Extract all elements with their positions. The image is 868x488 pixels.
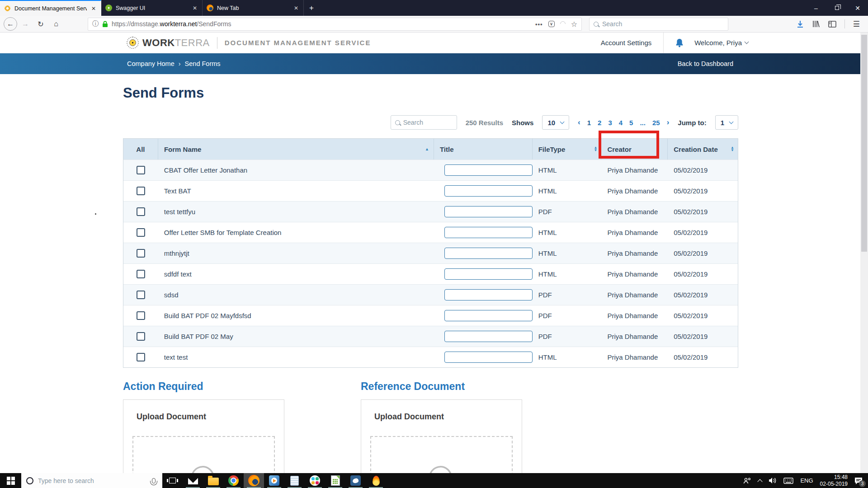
site-info-icon[interactable]: ⓘ	[92, 20, 99, 28]
taskbar-pgadmin-button[interactable]	[345, 473, 366, 488]
title-input[interactable]	[444, 310, 533, 321]
row-checkbox[interactable]	[137, 291, 145, 299]
next-page-button[interactable]: ›	[667, 118, 670, 127]
new-tab-button[interactable]: +	[304, 0, 319, 16]
header-form-name[interactable]: Form Name ▲	[158, 139, 434, 160]
header-creation-date[interactable]: Creation Date ▲▼	[668, 139, 738, 160]
address-bar[interactable]: ⓘ https://dmsstage.workterra.net/SendFor…	[88, 18, 582, 31]
row-checkbox[interactable]	[137, 207, 145, 216]
row-checkbox[interactable]	[137, 311, 145, 320]
action-center-button[interactable]: 3	[854, 477, 863, 484]
taskbar-file-explorer-button[interactable]	[203, 473, 223, 488]
workterra-logo-icon[interactable]	[127, 37, 139, 49]
microphone-icon[interactable]	[152, 478, 156, 483]
taskbar-flameshot-button[interactable]	[366, 473, 386, 488]
start-button[interactable]	[0, 473, 21, 488]
sort-both-icon[interactable]: ▲▼	[731, 146, 734, 152]
row-checkbox[interactable]	[137, 166, 145, 174]
library-icon[interactable]	[812, 20, 820, 28]
row-checkbox[interactable]	[137, 228, 145, 237]
taskbar-slack-button[interactable]	[305, 473, 325, 488]
page-number-25[interactable]: 25	[652, 119, 660, 127]
tray-expand-icon[interactable]	[758, 479, 763, 484]
page-number-2[interactable]: 2	[598, 119, 601, 127]
title-input[interactable]	[444, 248, 533, 259]
page-number-1[interactable]: 1	[587, 119, 591, 127]
header-filetype[interactable]: FileType ▲▼	[533, 139, 602, 160]
upload-dropzone[interactable]	[132, 436, 275, 473]
taskbar-chrome-button[interactable]	[223, 473, 244, 488]
table-search-input[interactable]	[403, 119, 453, 126]
reader-mode-icon[interactable]	[559, 20, 566, 28]
reload-button[interactable]: ↻	[33, 17, 48, 31]
table-search-box[interactable]	[391, 115, 457, 130]
account-settings-link[interactable]: Account Settings	[601, 39, 664, 47]
tab-close-icon[interactable]: ✕	[293, 5, 299, 11]
sort-ascending-icon[interactable]: ▲	[425, 147, 429, 151]
sort-both-icon[interactable]: ▲▼	[594, 146, 598, 152]
tab-close-icon[interactable]: ✕	[90, 5, 97, 12]
title-input[interactable]	[444, 289, 533, 300]
taskbar-mail-button[interactable]	[183, 473, 203, 488]
back-to-dashboard-link[interactable]: Back to Dashboard	[678, 60, 733, 67]
row-checkbox[interactable]	[137, 353, 145, 361]
header-form-name-label: Form Name	[164, 145, 202, 153]
jump-to-dropdown[interactable]: 1	[715, 115, 738, 130]
taskbar-notepad-button[interactable]	[284, 473, 305, 488]
workterra-logo-text[interactable]: WORKTERRA	[142, 37, 210, 49]
notification-bell-icon[interactable]	[675, 38, 684, 47]
volume-icon[interactable]	[769, 477, 777, 484]
title-input[interactable]	[444, 331, 533, 342]
page-number-3[interactable]: 3	[608, 119, 612, 127]
tab-new-tab[interactable]: New Tab ✕	[203, 0, 304, 16]
menu-icon[interactable]: ☰	[853, 19, 860, 29]
taskbar-search-input[interactable]	[38, 477, 147, 484]
sidebar-toggle-icon[interactable]	[828, 21, 836, 28]
taskbar-clock[interactable]: 15:48 02-05-2019	[820, 474, 848, 488]
taskbar-search-box[interactable]	[21, 473, 162, 488]
title-input[interactable]	[444, 268, 533, 280]
touch-keyboard-icon[interactable]	[783, 478, 793, 484]
forward-button[interactable]: →	[18, 17, 33, 31]
row-checkbox[interactable]	[137, 249, 145, 258]
taskbar-firefox-button[interactable]	[244, 473, 264, 488]
page-scrollbar[interactable]	[860, 33, 868, 473]
browser-search-bar[interactable]	[589, 18, 728, 31]
title-input[interactable]	[444, 164, 533, 176]
breadcrumb-company-home[interactable]: Company Home	[127, 60, 175, 67]
browser-search-input[interactable]	[602, 20, 724, 28]
bookmark-star-icon[interactable]: ☆	[571, 20, 577, 28]
language-indicator[interactable]: ENG	[800, 477, 813, 484]
taskbar-calc-button[interactable]	[325, 473, 345, 488]
page-number-5[interactable]: 5	[629, 119, 633, 127]
minimize-button[interactable]: –	[806, 0, 826, 16]
page-number-4[interactable]: 4	[619, 119, 623, 127]
pocket-icon[interactable]: ∨	[548, 21, 555, 27]
title-cell	[434, 243, 533, 263]
row-checkbox[interactable]	[137, 187, 145, 195]
page-size-dropdown[interactable]: 10	[542, 115, 569, 130]
downloads-icon[interactable]	[797, 20, 804, 28]
back-button[interactable]: ←	[4, 17, 17, 31]
welcome-dropdown[interactable]: Welcome, Priya	[694, 39, 748, 47]
title-input[interactable]	[444, 185, 533, 197]
reference-document-heading: Reference Document	[361, 380, 465, 393]
scrollbar-thumb[interactable]	[861, 35, 867, 252]
upload-dropzone[interactable]	[370, 436, 513, 473]
row-checkbox[interactable]	[137, 270, 145, 278]
task-view-button[interactable]	[162, 473, 183, 488]
home-button[interactable]: ⌂	[49, 17, 63, 31]
close-button[interactable]: ✕	[847, 0, 868, 16]
restore-button[interactable]	[826, 0, 847, 16]
prev-page-button[interactable]: ‹	[578, 118, 580, 127]
title-input[interactable]	[444, 352, 533, 363]
taskbar-media-player-button[interactable]	[264, 473, 284, 488]
page-actions-icon[interactable]: •••	[535, 21, 543, 28]
title-input[interactable]	[444, 227, 533, 238]
people-icon[interactable]	[743, 478, 751, 484]
title-input[interactable]	[444, 206, 533, 217]
row-checkbox[interactable]	[137, 332, 145, 341]
tab-swagger-ui[interactable]: Swagger UI ✕	[101, 0, 203, 16]
tab-close-icon[interactable]: ✕	[192, 5, 198, 11]
tab-document-management[interactable]: Document Management Servic ✕	[0, 0, 101, 16]
